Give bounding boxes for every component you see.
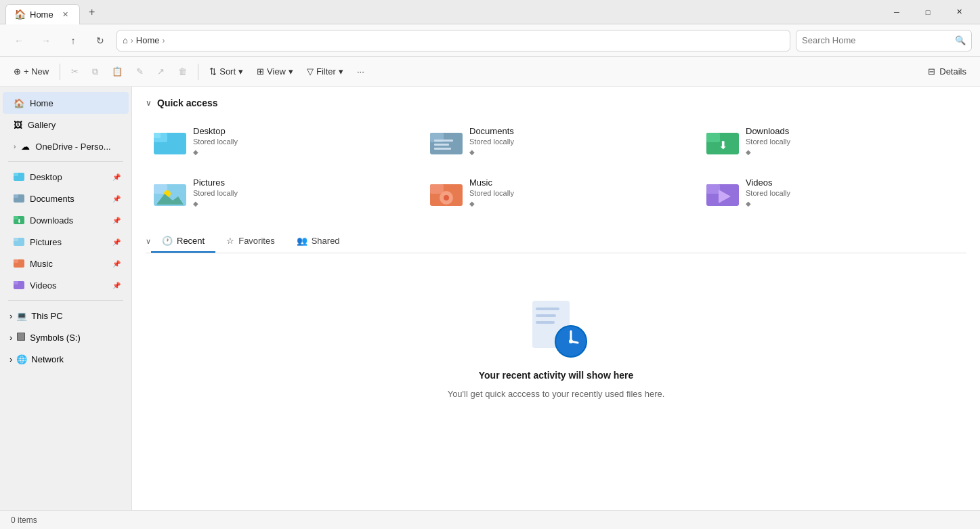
- sidebar-item-videos[interactable]: Videos 📌: [3, 274, 129, 296]
- view-label: View: [267, 66, 286, 77]
- rename-button[interactable]: ✎: [131, 62, 149, 82]
- status-bar: 0 items: [0, 510, 980, 529]
- cut-icon: ✂: [71, 66, 79, 77]
- desktop-folder-info: Desktop Stored locally ◆: [193, 126, 238, 156]
- sidebar-item-music[interactable]: Music 📌: [3, 253, 129, 274]
- new-button[interactable]: ⊕ + New: [8, 62, 54, 82]
- videos-folder-icon: [706, 179, 739, 206]
- filter-button[interactable]: ▽ Filter ▾: [301, 62, 349, 82]
- toolbar: ⊕ + New ✂ ⧉ 📋 ✎ ↗ 🗑 ⇅ Sort ▾ ⊞ View ▾ ▽ …: [0, 57, 980, 87]
- quick-access-title: Quick access: [157, 98, 218, 108]
- rename-icon: ✎: [136, 66, 144, 77]
- network-expand-icon: ›: [9, 354, 12, 364]
- sidebar-item-symbols[interactable]: › Symbols (S:): [3, 326, 129, 348]
- desktop-folder-pin: ◆: [193, 148, 238, 156]
- pictures-sidebar-label: Pictures: [30, 237, 107, 247]
- svg-rect-8: [14, 238, 18, 241]
- tab-area: 🏠 Home ✕ +: [5, 0, 881, 24]
- music-folder-icon: [430, 179, 463, 206]
- folder-card-videos[interactable]: Videos Stored locally ◆: [698, 171, 966, 214]
- minimize-button[interactable]: ─: [881, 0, 912, 24]
- folder-card-music[interactable]: Music Stored locally ◆: [422, 171, 690, 214]
- tab-close-button[interactable]: ✕: [60, 9, 71, 20]
- folder-card-pictures[interactable]: Pictures Stored locally ◆: [146, 171, 414, 214]
- address-bar: ← → ↑ ↻ ⌂ › Home › 🔍: [0, 24, 980, 57]
- desktop-folder-name: Desktop: [193, 126, 238, 136]
- empty-state-title: Your recent activity will show here: [479, 370, 633, 381]
- sidebar-item-thispc[interactable]: › 💻 This PC: [3, 305, 129, 326]
- share-button[interactable]: ↗: [152, 62, 170, 82]
- main-layout: 🏠 Home 🖼 Gallery › ☁ OneDrive - Perso...…: [0, 87, 980, 510]
- copy-button[interactable]: ⧉: [87, 62, 104, 82]
- videos-folder-name: Videos: [746, 177, 790, 188]
- folder-card-desktop[interactable]: Desktop Stored locally ◆: [146, 119, 414, 163]
- videos-sidebar-icon: [14, 280, 24, 291]
- sidebar: 🏠 Home 🖼 Gallery › ☁ OneDrive - Perso...…: [0, 87, 132, 510]
- tabs-collapse-icon[interactable]: ∨: [146, 237, 151, 246]
- onedrive-expand-icon: ›: [14, 143, 16, 150]
- sidebar-item-downloads[interactable]: ⬇ Downloads 📌: [3, 209, 129, 231]
- sidebar-item-onedrive[interactable]: › ☁ OneDrive - Perso...: [3, 135, 129, 157]
- sidebar-item-home[interactable]: 🏠 Home: [3, 92, 129, 114]
- new-tab-button[interactable]: +: [83, 3, 102, 22]
- tab-recent[interactable]: 🕐 Recent: [151, 230, 215, 253]
- breadcrumb-separator2: ›: [163, 36, 165, 45]
- up-button[interactable]: ↑: [62, 30, 84, 51]
- folder-card-downloads[interactable]: ⬇ Downloads Stored locally ◆: [698, 119, 966, 163]
- downloads-folder-meta: Stored locally: [746, 137, 790, 146]
- sidebar-item-network[interactable]: › 🌐 Network: [3, 348, 129, 370]
- documents-pin-icon: 📌: [112, 195, 121, 203]
- svg-rect-14: [18, 333, 24, 340]
- quick-access-chevron[interactable]: ∨: [146, 98, 152, 108]
- tabs-bar: ∨ 🕐 Recent ☆ Favorites 👥 Shared: [146, 230, 966, 253]
- desktop-sidebar-label: Desktop: [30, 172, 107, 182]
- thispc-icon: 💻: [16, 311, 27, 321]
- more-button[interactable]: ···: [351, 62, 370, 82]
- details-button[interactable]: ⊟ Details: [922, 64, 972, 79]
- sidebar-item-documents[interactable]: Documents 📌: [3, 188, 129, 209]
- empty-state: Your recent activity will show here You'…: [146, 267, 966, 426]
- svg-rect-10: [14, 259, 18, 263]
- downloads-pin-icon: 📌: [112, 217, 121, 224]
- close-button[interactable]: ✕: [943, 0, 975, 24]
- sidebar-item-pictures[interactable]: Pictures 📌: [3, 231, 129, 253]
- sort-button[interactable]: ⇅ Sort ▾: [204, 62, 249, 82]
- music-sidebar-icon: [14, 258, 24, 270]
- tab-favorites[interactable]: ☆ Favorites: [215, 230, 285, 253]
- maximize-button[interactable]: □: [912, 0, 943, 24]
- more-label: ···: [357, 66, 364, 77]
- downloads-sidebar-label: Downloads: [30, 215, 107, 226]
- pictures-folder-info: Pictures Stored locally ◆: [193, 177, 238, 207]
- view-button[interactable]: ⊞ View ▾: [251, 62, 299, 82]
- folder-card-documents[interactable]: Documents Stored locally ◆: [422, 119, 690, 163]
- breadcrumb-home[interactable]: Home: [136, 35, 160, 45]
- svg-rect-40: [536, 321, 555, 324]
- cut-button[interactable]: ✂: [66, 62, 84, 82]
- forward-button[interactable]: →: [35, 30, 57, 51]
- window-controls: ─ □ ✕: [881, 0, 975, 24]
- documents-folder-icon: [430, 127, 463, 154]
- toolbar-separator-2: [198, 64, 198, 80]
- svg-text:⬇: ⬇: [17, 218, 22, 224]
- music-folder-meta: Stored locally: [469, 189, 514, 197]
- delete-button[interactable]: 🗑: [173, 62, 192, 82]
- tab-shared[interactable]: 👥 Shared: [286, 230, 351, 253]
- svg-rect-12: [14, 281, 18, 284]
- desktop-sidebar-icon: [14, 171, 24, 183]
- paste-button[interactable]: 📋: [106, 62, 128, 82]
- pictures-folder-meta: Stored locally: [193, 189, 238, 197]
- toolbar-separator-1: [60, 64, 60, 80]
- symbols-icon: [16, 333, 26, 343]
- search-bar[interactable]: 🔍: [796, 30, 972, 51]
- svg-rect-21: [434, 144, 449, 146]
- back-button[interactable]: ←: [8, 30, 30, 51]
- active-tab[interactable]: 🏠 Home ✕: [5, 4, 80, 24]
- sidebar-item-gallery[interactable]: 🖼 Gallery: [3, 114, 129, 135]
- search-input[interactable]: [802, 35, 951, 45]
- breadcrumb-bar[interactable]: ⌂ › Home ›: [116, 30, 790, 51]
- videos-pin-icon: 📌: [112, 282, 121, 289]
- svg-point-45: [569, 339, 573, 343]
- sidebar-item-desktop[interactable]: Desktop 📌: [3, 166, 129, 188]
- refresh-button[interactable]: ↻: [89, 30, 111, 51]
- downloads-folder-pin: ◆: [746, 148, 790, 156]
